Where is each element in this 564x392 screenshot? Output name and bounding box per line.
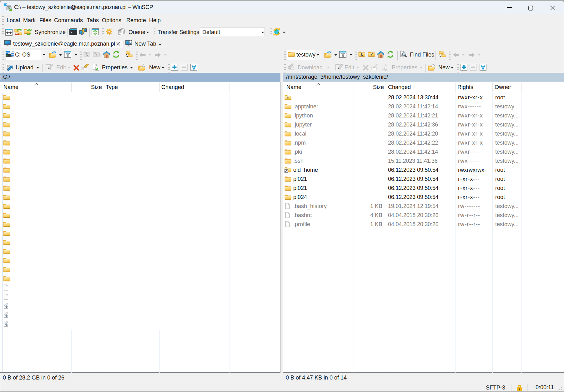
svg-text:x: x xyxy=(372,67,373,70)
svg-text:x: x xyxy=(83,67,84,70)
